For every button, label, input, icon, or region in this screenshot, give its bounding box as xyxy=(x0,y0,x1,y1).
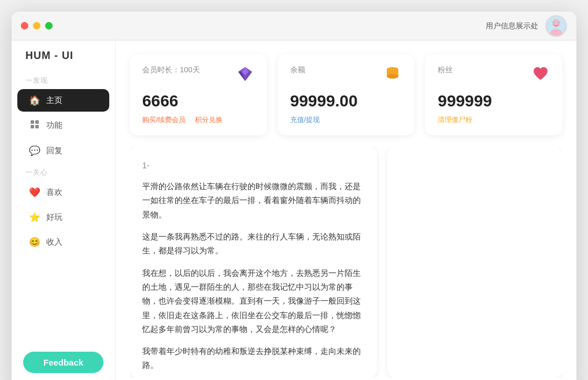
database-icon xyxy=(383,65,402,87)
app-window: 用户信息展示处 HUM - UI 一发现 🏠 主页 xyxy=(12,12,576,380)
membership-card: 会员时长：100天 6666 购买/续费会员 xyxy=(130,54,267,135)
fans-links: 清理僵尸粉 xyxy=(438,115,550,125)
text-panel: 1- 平滑的公路依然让车辆在行驶的时候微微的震颤，而我，还是一如往常的坐在车子的… xyxy=(130,147,377,378)
feedback-button[interactable]: Feedback xyxy=(23,352,103,373)
content-area: 会员时长：100天 6666 购买/续费会员 xyxy=(116,40,576,380)
fun-icon: ⭐ xyxy=(29,212,40,223)
membership-card-header: 会员时长：100天 xyxy=(142,65,254,87)
user-info-label: 用户信息展示处 xyxy=(486,21,538,31)
minimize-button[interactable] xyxy=(33,22,40,29)
sidebar-item-reply[interactable]: 💬 回复 xyxy=(17,139,109,162)
sidebar-logo: HUM - UI xyxy=(12,50,115,71)
diamond-icon xyxy=(236,65,254,87)
sidebar-item-fun[interactable]: ⭐ 好玩 xyxy=(17,206,109,228)
svg-rect-7 xyxy=(31,125,34,128)
balance-value: 99999.00 xyxy=(290,92,402,110)
svg-rect-6 xyxy=(35,120,39,124)
points-exchange-link[interactable]: 积分兑换 xyxy=(195,115,223,125)
membership-value: 6666 xyxy=(142,92,254,110)
avatar[interactable] xyxy=(545,15,567,37)
text-para-1: 这是一条我再熟悉不过的路。来往的行人车辆，无论熟知或陌生，都是得习以为常。 xyxy=(142,230,364,259)
sidebar-item-feature-label: 功能 xyxy=(46,120,62,131)
titlebar-right: 用户信息展示处 xyxy=(486,15,567,37)
titlebar: 用户信息展示处 xyxy=(12,12,576,40)
income-icon: 😊 xyxy=(29,237,40,248)
fans-card-header: 粉丝 xyxy=(438,65,550,87)
fans-title: 粉丝 xyxy=(438,65,453,75)
home-icon: 🏠 xyxy=(29,95,40,106)
cards-row: 会员时长：100天 6666 购买/续费会员 xyxy=(130,54,563,135)
close-button[interactable] xyxy=(21,22,28,29)
fans-value: 999999 xyxy=(438,92,550,110)
svg-point-4 xyxy=(558,21,560,23)
text-number: 1- xyxy=(142,158,364,173)
content-row: 1- 平滑的公路依然让车辆在行驶的时候微微的震颤，而我，还是一如往常的坐在车子的… xyxy=(130,147,563,378)
buy-membership-link[interactable]: 购买/续费会员 xyxy=(142,115,186,125)
balance-links: 充值/提现 xyxy=(290,115,402,125)
sidebar-item-like-label: 喜欢 xyxy=(46,187,62,198)
sidebar-bottom: Feedback xyxy=(12,342,115,380)
like-icon: ❤️ xyxy=(29,187,40,198)
main-layout: HUM - UI 一发现 🏠 主页 功能 💬 回 xyxy=(12,40,576,380)
text-para-2: 我在想，以后的以后，我会离开这个地方，去熟悉另一片陌生的土地，遇见一群陌生的人，… xyxy=(142,267,364,337)
balance-card: 余额 99999.00 充值/ xyxy=(278,54,415,135)
sidebar-item-feature[interactable]: 功能 xyxy=(17,114,109,137)
sidebar: HUM - UI 一发现 🏠 主页 功能 💬 回 xyxy=(12,40,116,380)
sidebar-item-reply-label: 回复 xyxy=(46,146,62,156)
membership-title: 会员时长：100天 xyxy=(142,65,200,75)
balance-title: 余额 xyxy=(290,65,305,75)
text-panel-inner[interactable]: 1- 平滑的公路依然让车辆在行驶的时候微微的震颤，而我，还是一如往常的坐在车子的… xyxy=(130,147,377,378)
svg-rect-5 xyxy=(31,120,34,124)
maximize-button[interactable] xyxy=(45,22,53,29)
svg-point-17 xyxy=(387,74,398,79)
sidebar-item-home[interactable]: 🏠 主页 xyxy=(17,89,109,112)
reply-icon: 💬 xyxy=(29,145,40,156)
traffic-lights xyxy=(21,22,53,29)
right-panel xyxy=(387,147,563,378)
svg-point-3 xyxy=(553,21,554,23)
sidebar-item-income[interactable]: 😊 收入 xyxy=(17,231,109,253)
text-para-3: 我带着年少时特有的幼稚和叛逆去挣脱某种束缚，走向未来的路。 xyxy=(142,345,364,373)
balance-card-header: 余额 xyxy=(290,65,402,87)
membership-links: 购买/续费会员 积分兑换 xyxy=(142,115,254,125)
clean-ghost-fans-link[interactable]: 清理僵尸粉 xyxy=(438,115,472,125)
recharge-withdraw-link[interactable]: 充值/提现 xyxy=(290,115,320,125)
section-discover-label: 一发现 xyxy=(12,71,115,88)
feature-icon xyxy=(29,120,40,131)
text-para-0: 平滑的公路依然让车辆在行驶的时候微微的震颤，而我，还是一如往常的坐在车子的最后一… xyxy=(142,180,364,222)
fans-card: 粉丝 999999 清理僵尸粉 xyxy=(425,54,563,135)
sidebar-item-fun-label: 好玩 xyxy=(46,212,62,223)
sidebar-item-like[interactable]: ❤️ 喜欢 xyxy=(17,181,109,204)
sidebar-item-income-label: 收入 xyxy=(46,237,62,248)
svg-rect-8 xyxy=(35,125,39,128)
sidebar-item-home-label: 主页 xyxy=(46,95,62,106)
heart-icon xyxy=(531,65,550,87)
section-care-label: 一关心 xyxy=(12,163,115,180)
